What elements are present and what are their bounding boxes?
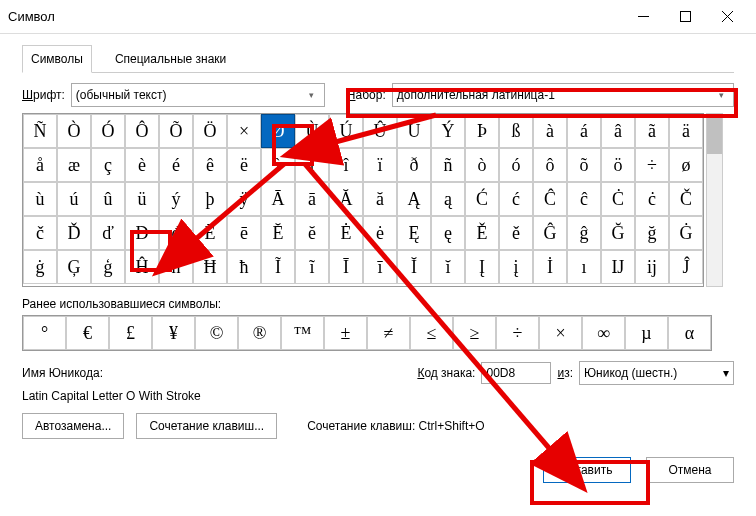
- recent-cell[interactable]: ©: [195, 316, 238, 350]
- recent-cell[interactable]: ¥: [152, 316, 195, 350]
- symbol-cell[interactable]: į: [499, 250, 533, 284]
- symbol-cell[interactable]: ĭ: [431, 250, 465, 284]
- symbol-cell[interactable]: ę: [431, 216, 465, 250]
- symbol-cell[interactable]: ì: [261, 148, 295, 182]
- symbol-cell[interactable]: ą: [431, 182, 465, 216]
- recent-cell[interactable]: ÷: [496, 316, 539, 350]
- from-combo[interactable]: Юникод (шестн.) ▾: [579, 361, 734, 385]
- symbol-cell[interactable]: Ĥ: [125, 250, 159, 284]
- symbol-cell[interactable]: ñ: [431, 148, 465, 182]
- symbol-cell[interactable]: Ċ: [601, 182, 635, 216]
- symbol-cell[interactable]: Ó: [91, 114, 125, 148]
- symbol-cell[interactable]: ß: [499, 114, 533, 148]
- symbol-cell[interactable]: ċ: [635, 182, 669, 216]
- recent-cell[interactable]: µ: [625, 316, 668, 350]
- insert-button[interactable]: Вставить: [543, 457, 631, 483]
- cancel-button[interactable]: Отмена: [646, 457, 734, 483]
- symbol-cell[interactable]: û: [91, 182, 125, 216]
- symbol-cell[interactable]: č: [23, 216, 57, 250]
- symbol-cell[interactable]: ď: [91, 216, 125, 250]
- grid-scrollbar[interactable]: [706, 113, 723, 287]
- symbol-cell[interactable]: Ħ: [193, 250, 227, 284]
- symbol-cell[interactable]: Ú: [329, 114, 363, 148]
- symbol-cell[interactable]: ĥ: [159, 250, 193, 284]
- symbol-cell[interactable]: ÷: [635, 148, 669, 182]
- recent-cell[interactable]: ™: [281, 316, 324, 350]
- symbol-cell[interactable]: ù: [23, 182, 57, 216]
- symbol-cell[interactable]: ħ: [227, 250, 261, 284]
- symbol-cell[interactable]: İ: [533, 250, 567, 284]
- recent-cell[interactable]: ≠: [367, 316, 410, 350]
- symbol-cell[interactable]: æ: [57, 148, 91, 182]
- symbol-cell[interactable]: þ: [193, 182, 227, 216]
- symbol-cell[interactable]: ā: [295, 182, 329, 216]
- symbol-cell[interactable]: Ô: [125, 114, 159, 148]
- recent-cell[interactable]: ≥: [453, 316, 496, 350]
- symbol-cell[interactable]: è: [125, 148, 159, 182]
- symbol-cell[interactable]: ú: [57, 182, 91, 216]
- symbol-cell[interactable]: å: [23, 148, 57, 182]
- font-combo[interactable]: (обычный текст) ▾: [71, 83, 325, 107]
- symbol-cell[interactable]: Ē: [193, 216, 227, 250]
- symbol-cell[interactable]: Ĭ: [397, 250, 431, 284]
- symbol-cell[interactable]: ĕ: [295, 216, 329, 250]
- tab-symbols[interactable]: Символы: [22, 45, 92, 73]
- symbol-cell[interactable]: ĳ: [635, 250, 669, 284]
- symbol-cell[interactable]: î: [329, 148, 363, 182]
- recent-cell[interactable]: α: [668, 316, 711, 350]
- symbol-cell[interactable]: Û: [363, 114, 397, 148]
- symbol-cell[interactable]: â: [601, 114, 635, 148]
- recent-cell[interactable]: ±: [324, 316, 367, 350]
- symbol-cell[interactable]: Ĝ: [533, 216, 567, 250]
- symbol-cell[interactable]: ø: [669, 148, 703, 182]
- recent-cell[interactable]: ×: [539, 316, 582, 350]
- symbol-cell[interactable]: Ī: [329, 250, 363, 284]
- recent-cell[interactable]: ≤: [410, 316, 453, 350]
- symbol-cell[interactable]: ð: [397, 148, 431, 182]
- symbol-cell[interactable]: Ñ: [23, 114, 57, 148]
- symbol-cell[interactable]: ė: [363, 216, 397, 250]
- symbol-cell[interactable]: Č: [669, 182, 703, 216]
- recent-cell[interactable]: £: [109, 316, 152, 350]
- symbol-cell[interactable]: Ĉ: [533, 182, 567, 216]
- recent-cell[interactable]: ∞: [582, 316, 625, 350]
- symbol-cell[interactable]: ĝ: [567, 216, 601, 250]
- symbol-cell[interactable]: ġ: [23, 250, 57, 284]
- char-code-field[interactable]: 00D8: [481, 362, 551, 384]
- symbol-cell[interactable]: Ā: [261, 182, 295, 216]
- symbol-cell[interactable]: ó: [499, 148, 533, 182]
- symbol-cell[interactable]: ĉ: [567, 182, 601, 216]
- symbol-cell[interactable]: ò: [465, 148, 499, 182]
- symbol-cell[interactable]: ý: [159, 182, 193, 216]
- symbol-cell[interactable]: Ĵ: [669, 250, 703, 284]
- symbol-cell[interactable]: đ: [159, 216, 193, 250]
- symbol-cell[interactable]: Ò: [57, 114, 91, 148]
- symbol-cell[interactable]: ģ: [91, 250, 125, 284]
- symbol-cell[interactable]: Ġ: [669, 216, 703, 250]
- symbol-cell[interactable]: ç: [91, 148, 125, 182]
- autocorrect-button[interactable]: Автозамена...: [22, 413, 124, 439]
- symbol-cell[interactable]: Ą: [397, 182, 431, 216]
- symbol-cell[interactable]: Ø: [261, 114, 295, 148]
- symbol-cell[interactable]: Ĕ: [261, 216, 295, 250]
- symbol-cell[interactable]: ï: [363, 148, 397, 182]
- symbol-cell[interactable]: ë: [227, 148, 261, 182]
- maximize-button[interactable]: [664, 3, 706, 31]
- symbol-cell[interactable]: ă: [363, 182, 397, 216]
- symbol-cell[interactable]: ã: [635, 114, 669, 148]
- minimize-button[interactable]: [622, 3, 664, 31]
- symbol-cell[interactable]: Ď: [57, 216, 91, 250]
- recent-cell[interactable]: ®: [238, 316, 281, 350]
- symbol-cell[interactable]: Õ: [159, 114, 193, 148]
- scrollbar-thumb[interactable]: [707, 114, 722, 154]
- symbol-cell[interactable]: ē: [227, 216, 261, 250]
- symbol-cell[interactable]: ć: [499, 182, 533, 216]
- symbol-cell[interactable]: Ö: [193, 114, 227, 148]
- symbol-cell[interactable]: Ĳ: [601, 250, 635, 284]
- symbol-cell[interactable]: Ă: [329, 182, 363, 216]
- symbol-cell[interactable]: Đ: [125, 216, 159, 250]
- symbol-cell[interactable]: à: [533, 114, 567, 148]
- symbol-cell[interactable]: ê: [193, 148, 227, 182]
- symbol-cell[interactable]: ĩ: [295, 250, 329, 284]
- symbol-cell[interactable]: ğ: [635, 216, 669, 250]
